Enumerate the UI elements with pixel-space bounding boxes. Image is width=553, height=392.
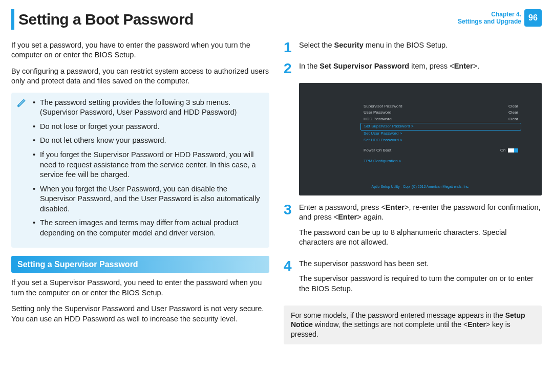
chapter-block: Chapter 4. Settings and Upgrade 96 [458, 9, 542, 27]
intro-paragraph-1: If you set a password, you have to enter… [11, 40, 269, 60]
bold-enter: Enter [454, 62, 473, 70]
page-number-badge: 96 [524, 9, 542, 27]
right-column: 1 Select the Security menu in the BIOS S… [284, 40, 542, 345]
step-body: Select the Security menu in the BIOS Set… [299, 40, 542, 56]
step-1: 1 Select the Security menu in the BIOS S… [284, 40, 542, 56]
bios-footer: Aptio Setup Utility - Copr (C) 2012 Amer… [299, 184, 542, 189]
step-1-text: Select the Security menu in the BIOS Set… [299, 40, 542, 51]
bios-row-user: User PasswordClear [360, 110, 521, 116]
step-3-text-2: The password can be up to 8 alphanumeric… [299, 228, 542, 248]
note-item: Do not let others know your password. [33, 136, 262, 146]
note-icon [16, 98, 27, 111]
section-header-supervisor: Setting a Supervisor Password [11, 256, 269, 273]
note-item: If you forget the Supervisor Password or… [33, 150, 262, 180]
step-number: 2 [284, 61, 299, 77]
step-number: 1 [284, 40, 299, 56]
step-body: Enter a password, press <Enter>, re-ente… [299, 203, 542, 253]
note-item: The screen images and terms may differ f… [33, 218, 262, 238]
supervisor-paragraph-1: If you set a Supervisor Password, you ne… [11, 278, 269, 298]
page-title: Setting a Boot Password [18, 9, 194, 30]
step-number: 4 [284, 259, 299, 299]
chapter-text: Chapter 4. Settings and Upgrade [458, 11, 521, 26]
chapter-line1: Chapter 4. [458, 11, 521, 18]
bios-row-set-hdd: Set HDD Password > [360, 137, 521, 144]
title-wrap: Setting a Boot Password [11, 9, 194, 30]
bold-enter: Enter [386, 203, 405, 211]
bold-set-supervisor: Set Supervisor Password [320, 62, 409, 70]
step-3-text-1: Enter a password, press <Enter>, re-ente… [299, 203, 542, 223]
bold-security: Security [334, 41, 364, 49]
step-body: The supervisor password has been set. Th… [299, 259, 542, 299]
bios-row-hdd: HDD PasswordClear [360, 116, 521, 123]
bold-enter: Enter [338, 213, 357, 221]
step-3: 3 Enter a password, press <Enter>, re-en… [284, 203, 542, 253]
step-number: 3 [284, 203, 299, 253]
step-4: 4 The supervisor password has been set. … [284, 259, 542, 299]
bios-row-set-user: Set User Password > [360, 130, 521, 137]
bios-row-power-on-boot: Power On BootOn [360, 147, 521, 154]
left-column: If you set a password, you have to enter… [11, 40, 269, 345]
content-columns: If you set a password, you have to enter… [11, 40, 542, 345]
step-2: 2 In the Set Supervisor Password item, p… [284, 61, 542, 77]
step-body: In the Set Supervisor Password item, pre… [299, 61, 542, 77]
svg-rect-0 [17, 104, 20, 107]
title-accent-bar [11, 9, 14, 30]
note-item: The password setting provides the follow… [33, 98, 262, 118]
supervisor-paragraph-2: Setting only the Supervisor Password and… [11, 304, 269, 324]
bios-row-tpm: TPM Configuration > [360, 158, 521, 165]
info-note-box: The password setting provides the follow… [11, 93, 269, 248]
note-item: Do not lose or forget your password. [33, 122, 262, 132]
intro-paragraph-2: By configuring a password, you can restr… [11, 67, 269, 86]
bios-row-set-supervisor-highlight: Set Supervisor Password > [360, 123, 521, 130]
grey-note-box: For some models, if the password entered… [284, 306, 542, 345]
bios-row-supervisor: Supervisor PasswordClear [360, 103, 521, 110]
toggle-icon [508, 148, 518, 153]
bold-enter: Enter [467, 320, 486, 329]
step-2-text: In the Set Supervisor Password item, pre… [299, 61, 542, 72]
chapter-line2: Settings and Upgrade [458, 18, 521, 25]
step-4-text-2: The supervisor password is required to t… [299, 274, 542, 294]
note-item: When you forget the User Password, you c… [33, 184, 262, 214]
bios-screenshot: Supervisor PasswordClear User PasswordCl… [299, 83, 542, 195]
page-header: Setting a Boot Password Chapter 4. Setti… [11, 9, 542, 30]
step-4-text-1: The supervisor password has been set. [299, 259, 542, 269]
note-list: The password setting provides the follow… [33, 98, 262, 238]
